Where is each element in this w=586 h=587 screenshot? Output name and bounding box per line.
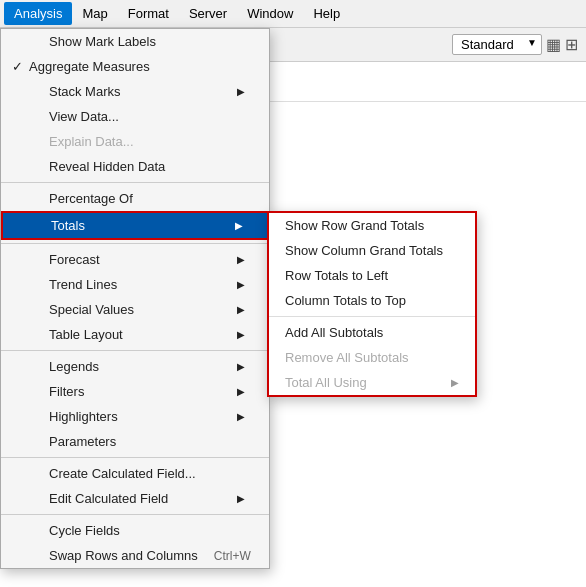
submenu-item-column-totals-to-top[interactable]: Column Totals to Top bbox=[269, 288, 475, 313]
menu-item-legends[interactable]: Legends ▶ bbox=[1, 354, 269, 379]
menu-item-filters[interactable]: Filters ▶ bbox=[1, 379, 269, 404]
menu-help[interactable]: Help bbox=[303, 2, 350, 25]
submenu-arrow-icon: ▶ bbox=[237, 493, 245, 504]
grid-icon: ▦ bbox=[546, 35, 561, 54]
submenu-arrow-icon: ▶ bbox=[237, 411, 245, 422]
menu-item-swap-rows-columns[interactable]: Swap Rows and Columns Ctrl+W bbox=[1, 543, 269, 568]
menu-bar: Analysis Map Format Server Window Help bbox=[0, 0, 586, 28]
submenu-arrow-icon: ▶ bbox=[237, 304, 245, 315]
menu-item-explain-data: Explain Data... bbox=[1, 129, 269, 154]
menu-window[interactable]: Window bbox=[237, 2, 303, 25]
menu-item-stack-marks[interactable]: Stack Marks ▶ bbox=[1, 79, 269, 104]
submenu-divider-1 bbox=[269, 316, 475, 317]
menu-item-view-data[interactable]: View Data... bbox=[1, 104, 269, 129]
menu-item-forecast[interactable]: Forecast ▶ bbox=[1, 247, 269, 272]
submenu-item-row-totals-to-left[interactable]: Row Totals to Left bbox=[269, 263, 475, 288]
menu-divider-3 bbox=[1, 350, 269, 351]
menu-map[interactable]: Map bbox=[72, 2, 117, 25]
check-icon: ✓ bbox=[9, 59, 25, 74]
submenu-arrow-icon: ▶ bbox=[237, 86, 245, 97]
submenu-item-remove-all-subtotals: Remove All Subtotals bbox=[269, 345, 475, 370]
submenu-arrow-icon: ▶ bbox=[237, 279, 245, 290]
submenu-item-show-column-grand-totals[interactable]: Show Column Grand Totals bbox=[269, 238, 475, 263]
dropdown-arrow-icon: ▼ bbox=[527, 37, 537, 48]
menu-server[interactable]: Server bbox=[179, 2, 237, 25]
menu-item-table-layout[interactable]: Table Layout ▶ bbox=[1, 322, 269, 347]
menu-item-totals[interactable]: Totals ▶ Show Row Grand Totals Show Colu… bbox=[1, 211, 269, 240]
submenu-arrow-icon: ▶ bbox=[451, 377, 459, 388]
submenu-arrow-icon: ▶ bbox=[235, 220, 243, 231]
submenu-arrow-icon: ▶ bbox=[237, 329, 245, 340]
menu-item-reveal-hidden-data[interactable]: Reveal Hidden Data bbox=[1, 154, 269, 179]
menu-item-aggregate-measures[interactable]: ✓ Aggregate Measures bbox=[1, 54, 269, 79]
menu-item-cycle-fields[interactable]: Cycle Fields bbox=[1, 518, 269, 543]
menu-format[interactable]: Format bbox=[118, 2, 179, 25]
analysis-dropdown-menu: Show Mark Labels ✓ Aggregate Measures St… bbox=[0, 28, 270, 569]
menu-item-trend-lines[interactable]: Trend Lines ▶ bbox=[1, 272, 269, 297]
layout-icon: ⊞ bbox=[565, 35, 578, 54]
submenu-arrow-icon: ▶ bbox=[237, 386, 245, 397]
menu-divider-2 bbox=[1, 243, 269, 244]
menu-item-special-values[interactable]: Special Values ▶ bbox=[1, 297, 269, 322]
shortcut-label: Ctrl+W bbox=[214, 549, 251, 563]
menu-divider-1 bbox=[1, 182, 269, 183]
dropdown-label: Standard bbox=[461, 37, 514, 52]
submenu-arrow-icon: ▶ bbox=[237, 361, 245, 372]
submenu-arrow-icon: ▶ bbox=[237, 254, 245, 265]
totals-submenu: Show Row Grand Totals Show Column Grand … bbox=[267, 211, 477, 397]
menu-item-edit-calculated-field[interactable]: Edit Calculated Field ▶ bbox=[1, 486, 269, 511]
submenu-item-show-row-grand-totals[interactable]: Show Row Grand Totals bbox=[269, 213, 475, 238]
submenu-item-total-all-using: Total All Using ▶ bbox=[269, 370, 475, 395]
menu-item-parameters[interactable]: Parameters bbox=[1, 429, 269, 454]
menu-analysis[interactable]: Analysis bbox=[4, 2, 72, 25]
menu-divider-5 bbox=[1, 514, 269, 515]
menu-item-percentage-of[interactable]: Percentage Of bbox=[1, 186, 269, 211]
submenu-item-add-all-subtotals[interactable]: Add All Subtotals bbox=[269, 320, 475, 345]
standard-dropdown[interactable]: Standard ▼ bbox=[452, 34, 542, 55]
menu-divider-4 bbox=[1, 457, 269, 458]
menu-item-create-calculated-field[interactable]: Create Calculated Field... bbox=[1, 461, 269, 486]
menu-item-highlighters[interactable]: Highlighters ▶ bbox=[1, 404, 269, 429]
menu-item-show-mark-labels[interactable]: Show Mark Labels bbox=[1, 29, 269, 54]
